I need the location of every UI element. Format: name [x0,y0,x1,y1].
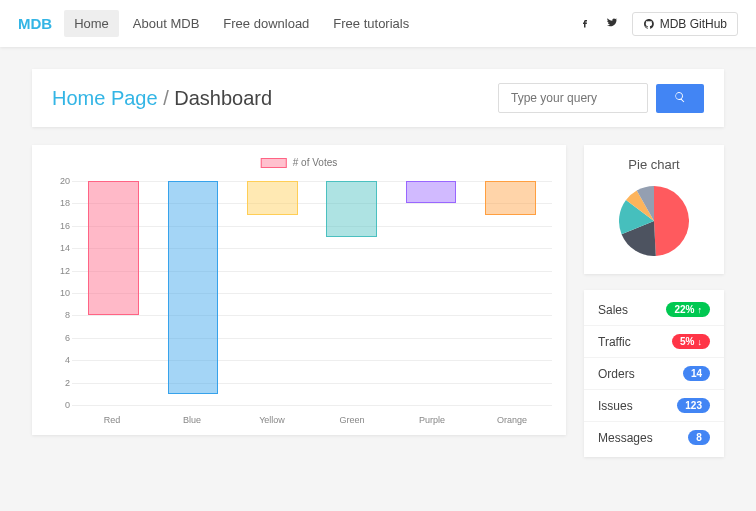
search-icon [674,91,686,103]
y-tick: 16 [60,221,70,231]
breadcrumb-link[interactable]: Home Page [52,87,158,109]
y-tick: 0 [65,400,70,410]
status-badge: 22%↑ [666,302,710,317]
bar [247,181,298,215]
y-tick: 10 [60,288,70,298]
bar [168,181,219,394]
github-label: MDB GitHub [660,17,727,31]
bar-column [153,181,232,405]
logo[interactable]: MDB [18,15,52,32]
stats-card: Sales22%↑Traffic5%↓Orders14Issues123Mess… [584,290,724,457]
stat-label: Sales [598,303,628,317]
navbar: MDB Home About MDB Free download Free tu… [0,0,756,47]
nav-tutorials[interactable]: Free tutorials [323,10,419,37]
stat-row[interactable]: Messages8 [584,422,724,453]
bar-column [312,181,391,405]
y-tick: 4 [65,355,70,365]
y-tick: 8 [65,310,70,320]
stat-row[interactable]: Issues123 [584,390,724,422]
x-label: Orange [472,415,552,425]
bar-chart-legend: # of Votes [261,157,337,168]
stat-label: Messages [598,431,653,445]
y-tick: 12 [60,266,70,276]
x-label: Red [72,415,152,425]
status-badge: 8 [688,430,710,445]
bar-column [471,181,550,405]
x-label: Green [312,415,392,425]
search-input[interactable] [498,83,648,113]
legend-swatch [261,158,287,168]
nav-about[interactable]: About MDB [123,10,209,37]
bar [326,181,377,237]
bar [406,181,457,203]
container: Home Page / Dashboard # of Votes 0246810… [0,47,756,479]
x-label: Purple [392,415,472,425]
chart-area [72,181,552,405]
pie-chart [619,186,689,256]
chart-bars [72,181,552,405]
status-badge: 5%↓ [672,334,710,349]
status-badge: 14 [683,366,710,381]
twitter-icon[interactable] [605,16,618,32]
nav-left: MDB Home About MDB Free download Free tu… [18,10,419,37]
stat-row[interactable]: Orders14 [584,358,724,390]
bar [88,181,139,315]
bar [485,181,536,215]
pie-chart-card: Pie chart [584,145,724,274]
stat-label: Issues [598,399,633,413]
breadcrumb-sep: / [158,87,175,109]
header-card: Home Page / Dashboard [32,69,724,127]
y-tick: 18 [60,198,70,208]
bar-chart-card: # of Votes 02468101214161820 RedBlueYell… [32,145,566,435]
stat-label: Traffic [598,335,631,349]
search-button[interactable] [656,84,704,113]
legend-label: # of Votes [293,157,337,168]
github-icon [643,18,655,30]
breadcrumb-current: Dashboard [174,87,272,109]
facebook-icon[interactable] [579,16,591,32]
pie-title: Pie chart [592,157,716,172]
x-axis: RedBlueYellowGreenPurpleOrange [72,415,552,425]
side-column: Pie chart Sales22%↑Traffic5%↓Orders14Iss… [584,145,724,457]
y-tick: 20 [60,176,70,186]
arrow-down-icon: ↓ [698,337,703,347]
y-axis: 02468101214161820 [54,181,70,405]
x-label: Blue [152,415,232,425]
stat-row[interactable]: Sales22%↑ [584,294,724,326]
pie-slice [654,186,689,256]
nav-home[interactable]: Home [64,10,119,37]
y-tick: 2 [65,378,70,388]
bar-column [233,181,312,405]
nav-download[interactable]: Free download [213,10,319,37]
search-wrap [498,83,704,113]
y-tick: 6 [65,333,70,343]
y-tick: 14 [60,243,70,253]
breadcrumb: Home Page / Dashboard [52,87,272,110]
x-label: Yellow [232,415,312,425]
content-row: # of Votes 02468101214161820 RedBlueYell… [32,145,724,457]
nav-right: MDB GitHub [579,12,738,36]
bar-column [74,181,153,405]
stat-row[interactable]: Traffic5%↓ [584,326,724,358]
arrow-up-icon: ↑ [698,305,703,315]
bar-column [391,181,470,405]
stat-label: Orders [598,367,635,381]
github-button[interactable]: MDB GitHub [632,12,738,36]
status-badge: 123 [677,398,710,413]
